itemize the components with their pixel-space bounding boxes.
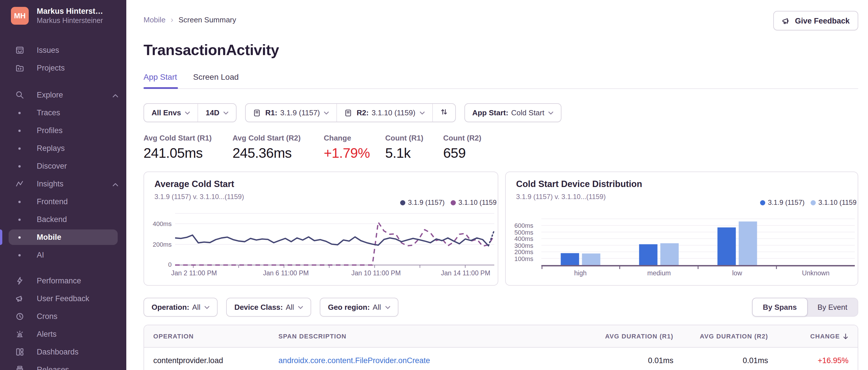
sidebar-item-discover[interactable]: Discover: [0, 157, 126, 175]
cell-operation: contentprovider.load: [144, 356, 278, 365]
bullet-icon: [14, 143, 25, 154]
sidebar-item-profiles[interactable]: Profiles: [0, 122, 126, 139]
sidebar-item-mobile[interactable]: Mobile: [0, 228, 126, 246]
x-category-label: medium: [647, 270, 671, 276]
table-header: OPERATION SPAN DESCRIPTION AVG DURATION …: [144, 325, 858, 348]
tab-screen-load[interactable]: Screen Load: [193, 72, 239, 88]
release-filter-group: R1: 3.1.9 (1157) R2: 3.1.10 (1159): [245, 103, 456, 122]
date-range-filter[interactable]: 14D: [198, 104, 236, 122]
legend-dot: [760, 200, 765, 205]
y-axis-label: 600ms: [507, 222, 533, 229]
table-row: contentprovider.load androidx.core.conte…: [144, 348, 858, 370]
chevron-down-icon: [205, 305, 210, 309]
sidebar-item-label: User Feedback: [37, 294, 89, 303]
sort-arrows-icon: [440, 108, 447, 117]
device-distribution-chart-card: Cold Start Device Distribution 3.1.9 (11…: [505, 171, 858, 286]
sidebar-item-label: Projects: [37, 64, 65, 72]
column-header-avg-duration-r1: AVG DURATION (R1): [576, 333, 673, 340]
release-2-filter[interactable]: R2: 3.1.10 (1159): [337, 104, 432, 122]
chart-subtitle: 3.1.9 (1157) v. 3.1.10...(1159): [516, 193, 606, 201]
sidebar-item-alerts[interactable]: Alerts: [0, 325, 126, 343]
chevron-down-icon: [385, 305, 390, 309]
column-header-span-description: SPAN DESCRIPTION: [278, 333, 576, 340]
stat-label: Avg Cold Start (R2): [232, 134, 324, 142]
alerts-icon: [14, 329, 25, 339]
sidebar: MH Markus Hinterst… Markus Hintersteiner…: [0, 0, 126, 370]
operation-filter-group: Operation: All: [144, 298, 218, 317]
sidebar-item-ai[interactable]: AI: [0, 246, 126, 264]
chevron-up-icon: [113, 179, 118, 188]
sidebar-item-label: Crons: [37, 312, 57, 321]
sidebar-item-label: Traces: [37, 108, 60, 117]
sidebar-item-crons[interactable]: Crons: [0, 307, 126, 325]
operation-filter[interactable]: Operation: All: [144, 298, 217, 316]
user-menu[interactable]: MH Markus Hinterst… Markus Hintersteiner: [11, 7, 121, 25]
sidebar-item-insights[interactable]: Insights: [0, 175, 126, 193]
user-name: Markus Hinterst…: [37, 7, 103, 15]
sidebar-item-label: Explore: [37, 91, 63, 99]
sidebar-item-frontend[interactable]: Frontend: [0, 193, 126, 210]
toggle-by-spans[interactable]: By Spans: [752, 298, 808, 317]
sidebar-item-label: Backend: [37, 215, 67, 224]
stat-value: +1.79%: [324, 145, 385, 161]
environment-filter[interactable]: All Envs: [144, 104, 198, 122]
cell-avg-duration-r2: 0.01ms: [673, 356, 768, 365]
crons-icon: [14, 311, 25, 322]
geo-region-filter[interactable]: Geo region: All: [320, 298, 398, 316]
main-content: Mobile › Screen Summary Give Feedback Tr…: [126, 0, 868, 370]
sidebar-item-performance[interactable]: Performance: [0, 272, 126, 290]
swap-releases-button[interactable]: [432, 104, 455, 122]
device-class-filter[interactable]: Device Class: All: [227, 298, 311, 316]
search-icon: [14, 90, 25, 100]
sidebar-item-label: Discover: [37, 162, 67, 170]
column-header-change[interactable]: CHANGE: [768, 333, 858, 340]
app-start-value: Cold Start: [511, 108, 545, 117]
x-category-label: Unknown: [802, 270, 830, 276]
app-start-type-filter[interactable]: App Start: Cold Start: [465, 104, 561, 122]
header-row: Mobile › Screen Summary Give Feedback: [144, 13, 858, 33]
toggle-by-event[interactable]: By Event: [807, 298, 858, 316]
breadcrumb: Mobile › Screen Summary: [144, 13, 858, 24]
sidebar-item-replays[interactable]: Replays: [0, 139, 126, 157]
sidebar-item-label: Releases: [37, 365, 69, 370]
date-range-label: 14D: [206, 108, 220, 117]
y-axis-label: 400ms: [507, 235, 533, 242]
chevron-down-icon: [185, 111, 190, 114]
release-1-filter[interactable]: R1: 3.1.9 (1157): [246, 104, 336, 122]
y-axis-label: 0: [145, 261, 172, 268]
user-texts: Markus Hinterst… Markus Hintersteiner: [37, 7, 103, 25]
sidebar-item-traces[interactable]: Traces: [0, 104, 126, 122]
user-org: Markus Hintersteiner: [37, 16, 103, 25]
release-icon: [345, 109, 352, 117]
stat-label: Count (R1): [385, 134, 443, 142]
sidebar-item-label: Issues: [37, 46, 59, 55]
sidebar-item-issues[interactable]: Issues: [0, 41, 126, 59]
megaphone-icon: [782, 16, 790, 25]
sidebar-item-label: Performance: [37, 276, 81, 285]
sidebar-item-label: Insights: [37, 179, 63, 188]
sidebar-item-label: Replays: [37, 144, 65, 153]
dashboards-icon: [14, 347, 25, 357]
sidebar-item-dashboards[interactable]: Dashboards: [0, 343, 126, 361]
chevron-down-icon: [223, 111, 228, 114]
performance-icon: [14, 276, 25, 286]
sort-descending-icon: [843, 333, 848, 339]
sidebar-item-label: Alerts: [37, 330, 57, 338]
stats-row: Avg Cold Start (R1) 241.05ms Avg Cold St…: [144, 134, 858, 161]
sidebar-item-releases[interactable]: Releases: [0, 361, 126, 370]
sidebar-item-projects[interactable]: Projects: [0, 59, 126, 77]
sidebar-item-user-feedback[interactable]: User Feedback: [0, 290, 126, 307]
tab-app-start[interactable]: App Start: [144, 72, 177, 88]
sidebar-item-backend[interactable]: Backend: [0, 210, 126, 228]
sidebar-item-explore[interactable]: Explore: [0, 86, 126, 104]
bullet-icon: [14, 125, 25, 136]
span-description-link[interactable]: androidx.core.content.FileProvider.onCre…: [278, 356, 430, 365]
y-axis-label: 300ms: [507, 242, 533, 249]
breadcrumb-mobile[interactable]: Mobile: [144, 15, 166, 24]
sidebar-item-label: Dashboards: [37, 348, 79, 356]
give-feedback-button[interactable]: Give Feedback: [773, 11, 858, 30]
release-2-value: 3.1.10 (1159): [371, 108, 415, 117]
operation-filter-value: All: [192, 303, 200, 311]
device-class-filter-group: Device Class: All: [226, 298, 311, 317]
app-start-prefix: App Start:: [472, 108, 508, 117]
